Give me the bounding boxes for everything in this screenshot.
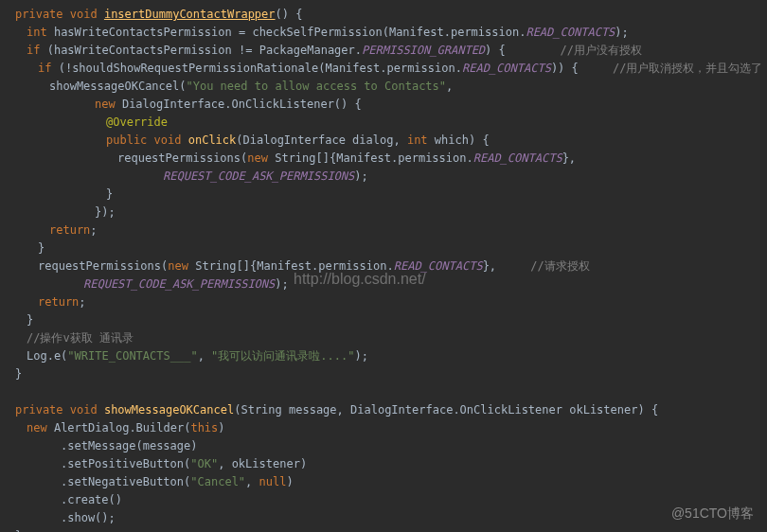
code-block: private void insertDummyContactWrapper()… — [8, 6, 759, 532]
